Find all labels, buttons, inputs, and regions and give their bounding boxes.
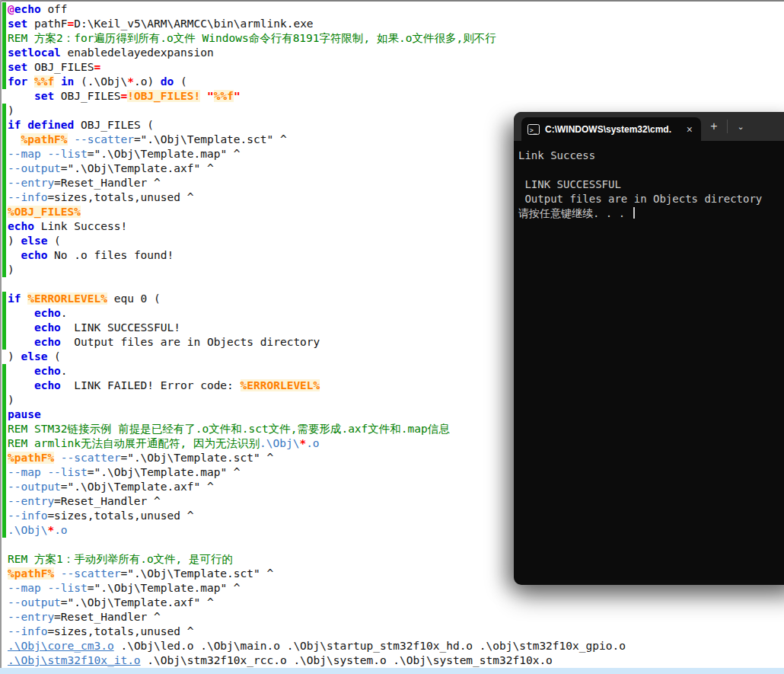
code-line: --entry=Reset_Handler ^ (8, 610, 784, 624)
terminal-output[interactable]: Link Success LINK SUCCESSFUL Output file… (514, 141, 784, 221)
tab-dropdown-button[interactable]: ⌄ (728, 112, 754, 141)
code-line: .\Obj\core_cm3.o .\Obj\led.o .\Obj\main.… (8, 639, 784, 653)
code-line: for %%f in (.\Obj\*.o) do ( (8, 75, 784, 89)
code-line: @echo off (8, 2, 784, 17)
caret-line-highlight (0, 668, 784, 674)
window-top-border (0, 0, 784, 2)
terminal-window[interactable]: >_ C:\WINDOWS\system32\cmd. × + ⌄ Link S… (514, 112, 784, 585)
svg-text:>_: >_ (530, 126, 537, 133)
terminal-tab[interactable]: >_ C:\WINDOWS\system32\cmd. × (521, 117, 701, 141)
terminal-line: Output files are in Objects directory (518, 192, 784, 206)
terminal-line: 请按任意键继续. . . (518, 206, 784, 221)
window-left-border (0, 0, 2, 674)
close-tab-button[interactable]: × (684, 123, 695, 136)
new-tab-button[interactable]: + (701, 112, 727, 141)
code-line: set OBJ_FILES=!OBJ_FILES! "%%f" (8, 89, 784, 104)
code-line: --output=".\Obj\Template.axf" ^ (8, 596, 784, 610)
change-marker (2, 2, 6, 89)
terminal-tab-title: C:\WINDOWS\system32\cmd. (545, 124, 681, 135)
change-marker (2, 292, 6, 350)
terminal-line: Link Success (518, 149, 784, 163)
code-line: set OBJ_FILES= (8, 60, 784, 75)
terminal-cursor (633, 207, 635, 219)
change-marker (2, 364, 6, 538)
terminal-line (518, 163, 784, 177)
terminal-line: LINK SUCCESSFUL (518, 177, 784, 192)
change-marker (2, 104, 6, 277)
code-line: set pathF=D:\Keil_v5\ARM\ARMCC\bin\armli… (8, 17, 784, 31)
code-line: setlocal enabledelayedexpansion (8, 46, 784, 60)
code-line: REM 方案2：for遍历得到所有.o文件 Windows命令行有8191字符限… (8, 31, 784, 46)
code-line: --info=sizes,totals,unused ^ (8, 624, 784, 639)
code-line: .\Obj\stm32f10x_it.o .\Obj\stm32f10x_rcc… (8, 653, 784, 668)
terminal-tab-bar: >_ C:\WINDOWS\system32\cmd. × + ⌄ (514, 112, 784, 141)
cmd-icon: >_ (527, 124, 540, 135)
